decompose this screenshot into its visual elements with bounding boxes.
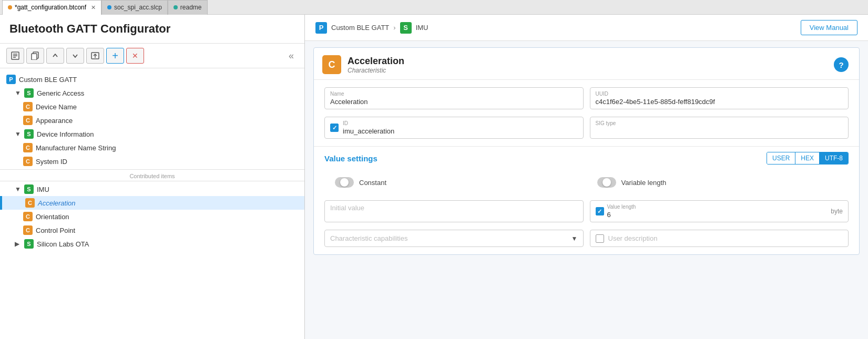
tab-gatt-dot <box>8 5 12 9</box>
add-profile-icon <box>11 52 19 60</box>
tree: P Custom BLE GATT ▼ S Generic Access C D… <box>0 68 304 339</box>
add-button[interactable]: + <box>106 48 124 64</box>
tree-label-control-point: Control Point <box>36 227 75 234</box>
sig-type-label: SIG type <box>596 120 843 126</box>
tab-readme-dot <box>173 5 178 9</box>
right-header: P Custom BLE GATT › S IMU View Manual <box>305 15 868 41</box>
tree-item-silicon-labs-ota[interactable]: ▶ S Silicon Labs OTA <box>0 237 304 251</box>
value-length-field[interactable]: Value length 6 byte <box>590 200 849 222</box>
tab-gatt-close[interactable]: ✕ <box>91 4 96 11</box>
user-description-field[interactable]: User description <box>590 230 849 247</box>
constant-toggle[interactable] <box>335 177 354 188</box>
capabilities-row: Characteristic capabilities ▼ User descr… <box>314 230 859 254</box>
uuid-label: UUID <box>596 91 843 97</box>
tree-item-appearance[interactable]: C Appearance <box>0 114 304 127</box>
tree-item-imu[interactable]: ▼ S IMU <box>0 182 304 196</box>
id-checkbox[interactable] <box>330 124 339 132</box>
format-utf8-button[interactable]: UTF-8 <box>820 152 848 164</box>
breadcrumb-profile-badge: P <box>315 22 327 34</box>
panel-title: Bluetooth GATT Configurator <box>9 22 295 36</box>
name-label: Name <box>330 91 578 97</box>
format-buttons: USER HEX UTF-8 <box>767 152 849 165</box>
badge-acceleration: C <box>25 198 35 208</box>
byte-label: byte <box>831 208 843 215</box>
tabs-bar: *gatt_configuration.btconf ✕ soc_spi_acc… <box>0 0 868 15</box>
tree-item-system-id[interactable]: C System ID <box>0 155 304 168</box>
tree-label-silicon-labs-ota: Silicon Labs OTA <box>37 240 89 248</box>
value-length-value: 6 <box>607 211 828 219</box>
tree-item-control-point[interactable]: C Control Point <box>0 223 304 237</box>
tab-readme-label: readme <box>180 4 202 11</box>
initial-value-row: Initial value Value length 6 byte <box>314 195 859 230</box>
format-user-button[interactable]: USER <box>767 152 795 164</box>
content-area: C Acceleration Characteristic ? Name Acc… <box>305 41 868 339</box>
sig-type-field[interactable]: SIG type <box>590 117 849 139</box>
collapse-button[interactable]: « <box>284 48 298 64</box>
move-up-button[interactable] <box>46 48 64 64</box>
toggle-generic-access[interactable]: ▼ <box>15 89 21 97</box>
capabilities-select[interactable]: Characteristic capabilities ▼ <box>324 230 584 247</box>
tree-label-device-information: Device Information <box>37 130 94 138</box>
move-down-button[interactable] <box>66 48 84 64</box>
badge-silicon-labs-ota: S <box>24 239 34 249</box>
content-card: C Acceleration Characteristic ? Name Acc… <box>313 47 860 255</box>
tree-item-acceleration[interactable]: C Acceleration <box>0 196 304 210</box>
tree-label-orientation: Orientation <box>36 213 69 221</box>
uuid-field[interactable]: UUID c4c1f6e2-4be5-11e5-885d-feff819cdc9… <box>590 87 849 109</box>
value-length-checkbox[interactable] <box>596 207 604 215</box>
tree-item-custom-ble-gatt[interactable]: P Custom BLE GATT <box>0 73 304 86</box>
badge-control-point: C <box>23 225 33 235</box>
tab-readme[interactable]: readme <box>168 0 208 15</box>
variable-length-label: Variable length <box>621 179 667 187</box>
name-value: Acceleration <box>330 98 578 106</box>
tree-item-orientation[interactable]: C Orientation <box>0 210 304 223</box>
user-description-checkbox[interactable] <box>596 234 604 243</box>
panel-header: Bluetooth GATT Configurator <box>0 15 304 44</box>
value-length-inner: Value length 6 <box>607 204 828 219</box>
name-uuid-row: Name Acceleration UUID c4c1f6e2-4be5-11e… <box>314 80 859 117</box>
breadcrumb-profile-label: Custom BLE GATT <box>331 24 389 32</box>
tree-item-manufacturer-name[interactable]: C Manufacturer Name String <box>0 141 304 155</box>
initial-value-field[interactable]: Initial value <box>324 200 584 222</box>
tab-spi[interactable]: soc_spi_acc.slcp <box>101 0 168 15</box>
delete-button[interactable]: ✕ <box>126 48 144 64</box>
tree-label-device-name: Device Name <box>36 103 77 111</box>
name-field[interactable]: Name Acceleration <box>324 87 584 109</box>
right-panel: P Custom BLE GATT › S IMU View Manual C … <box>305 15 868 339</box>
format-hex-button[interactable]: HEX <box>795 152 820 164</box>
tab-gatt[interactable]: *gatt_configuration.btconf ✕ <box>2 0 101 15</box>
import-button[interactable] <box>86 48 104 64</box>
breadcrumb: P Custom BLE GATT › S IMU <box>315 22 428 34</box>
breadcrumb-service-label: IMU <box>416 24 428 32</box>
help-button[interactable]: ? <box>834 57 849 72</box>
badge-generic-access: S <box>24 88 34 98</box>
toggle-silicon-labs-ota[interactable]: ▶ <box>15 240 21 248</box>
constant-label: Constant <box>359 179 386 187</box>
toggle-imu[interactable]: ▼ <box>15 186 21 193</box>
breadcrumb-service-badge: S <box>400 22 412 34</box>
id-label: ID <box>343 120 578 126</box>
initial-value-placeholder: Initial value <box>330 204 578 212</box>
badge-device-name: C <box>23 102 33 111</box>
tree-item-device-name[interactable]: C Device Name <box>0 100 304 114</box>
uuid-value: c4c1f6e2-4be5-11e5-885d-feff819cdc9f <box>596 98 843 106</box>
card-header: C Acceleration Characteristic ? <box>314 48 859 80</box>
view-manual-button[interactable]: View Manual <box>801 20 857 35</box>
tree-item-device-information[interactable]: ▼ S Device Information <box>0 127 304 141</box>
constant-toggle-row: Constant <box>324 174 587 191</box>
variable-length-toggle[interactable] <box>597 177 616 188</box>
contributed-items-separator: Contributed items <box>0 169 304 181</box>
tree-item-acceleration-wrapper: C Acceleration <box>0 196 304 210</box>
id-value: imu_acceleration <box>343 127 578 135</box>
move-down-icon <box>72 52 79 59</box>
import-icon <box>91 52 99 60</box>
left-panel: Bluetooth GATT Configurator <box>0 15 305 339</box>
copy-button[interactable] <box>26 48 44 64</box>
copy-icon <box>31 52 39 60</box>
add-profile-button[interactable] <box>6 48 24 64</box>
value-settings-section: Value settings USER HEX UTF-8 <box>314 146 859 170</box>
toggle-device-information[interactable]: ▼ <box>15 130 21 138</box>
id-field[interactable]: ID imu_acceleration <box>324 117 584 139</box>
tree-item-generic-access[interactable]: ▼ S Generic Access <box>0 86 304 100</box>
tree-label-manufacturer-name: Manufacturer Name String <box>36 144 116 152</box>
